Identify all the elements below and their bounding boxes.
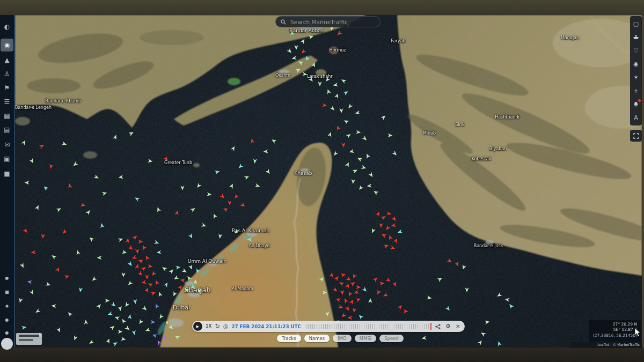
anchor-icon[interactable]: ⚓	[1, 68, 13, 80]
coordinate-lat: 27° 20.29 N	[592, 322, 637, 327]
vessels-icon[interactable]: ▲	[1, 54, 13, 67]
tools-icon[interactable]: ■	[1, 167, 13, 180]
close-icon[interactable]: ×	[456, 323, 460, 329]
fleet-ship-icon[interactable]	[630, 31, 642, 43]
scale-widget	[16, 333, 42, 345]
right-toolbar: ▢♡◉✶+A	[630, 16, 642, 125]
loop-icon[interactable]: ↻	[215, 323, 220, 329]
filter-pill-speed[interactable]: Speed	[379, 335, 404, 342]
measure-tool-icon[interactable]: +	[630, 85, 642, 97]
measure-icon[interactable]: ●	[1, 271, 13, 284]
recenter-icon[interactable]: ◎	[223, 323, 229, 329]
letterbox-top	[0, 0, 644, 15]
fullscreen-icon	[633, 133, 639, 139]
favorites-icon[interactable]: ♡	[630, 45, 642, 56]
search-input[interactable]	[289, 18, 375, 26]
play-button[interactable]: ▶	[193, 322, 202, 331]
filter-pill-mmsi[interactable]: MMSI	[355, 335, 377, 342]
coordinate-lon: 56° 12.87 E	[592, 327, 637, 333]
share-icon[interactable]	[435, 324, 441, 329]
folder-icon[interactable]: ▣	[1, 152, 13, 165]
user-avatar[interactable]	[1, 338, 13, 350]
timeline-datetime: 27 FEB 2024 21:11:23 UTC	[232, 324, 301, 329]
timeline-playhead[interactable]	[430, 323, 431, 330]
search-icon	[281, 19, 286, 25]
coordinate-decimal: (27.33816, 56.21450)	[592, 333, 637, 338]
vessel-marker[interactable]	[166, 321, 169, 324]
filter-pill-imo[interactable]: IMO	[333, 335, 352, 342]
timeline-scrubber[interactable]	[304, 324, 432, 329]
playback-speed[interactable]: 1X	[206, 324, 212, 329]
point-icon[interactable]: ●	[1, 313, 13, 326]
mouse-cursor	[634, 328, 641, 337]
notification-badge	[638, 99, 641, 102]
letterbox-right	[642, 15, 644, 348]
marker-icon[interactable]: ●	[1, 326, 13, 339]
left-toolbar: ◐◉▲⚓⚑☰▦▤✉▣■●■◆●●	[0, 15, 15, 348]
draw-icon[interactable]: ■	[1, 285, 13, 298]
settings-gear-icon[interactable]: ⚙	[445, 323, 451, 329]
globe-icon[interactable]: ◉	[630, 58, 642, 70]
letterbox-bottom	[0, 348, 644, 362]
coordinates-readout: 27° 20.29 N 56° 12.87 E (27.33816, 56.21…	[589, 320, 641, 342]
scale-bar-secondary	[19, 339, 33, 341]
logo-icon[interactable]: ◐	[1, 20, 13, 33]
filter-pill-names[interactable]: Names	[304, 335, 330, 342]
map-canvas[interactable]: Bandar AbbasHormuzLarak shahriQeshmBanda…	[15, 15, 642, 348]
star-icon[interactable]: ✶	[630, 71, 642, 83]
display-filters: TracksNamesIMOMMSISpeed	[277, 335, 404, 342]
satellite-terrain	[15, 15, 642, 348]
timeline-player: ▶ 1X ↻ ◎ 27 FEB 2024 21:11:23 UTC ⚙ ×	[192, 321, 465, 332]
search-bar[interactable]	[275, 16, 380, 27]
fullscreen-button[interactable]	[630, 130, 642, 142]
filter-pill-tracks[interactable]: Tracks	[277, 335, 301, 342]
notifications-icon[interactable]	[630, 98, 642, 110]
pin-icon[interactable]: ◆	[1, 299, 13, 312]
scale-bar	[19, 335, 39, 337]
play-icon: ▶	[196, 324, 199, 329]
labels-icon[interactable]: A	[630, 112, 642, 123]
photos-icon[interactable]: ▦	[1, 109, 13, 122]
ports-icon[interactable]: ⚑	[1, 82, 13, 94]
areas-icon[interactable]: ▤	[1, 123, 13, 136]
layers-icon[interactable]: ◉	[1, 39, 13, 51]
filters-icon[interactable]: ☰	[1, 95, 13, 108]
map-attribution: Leaflet | © MarineTraffic	[570, 342, 642, 348]
messages-icon[interactable]: ✉	[1, 138, 13, 151]
bounds-icon[interactable]: ▢	[630, 18, 642, 29]
